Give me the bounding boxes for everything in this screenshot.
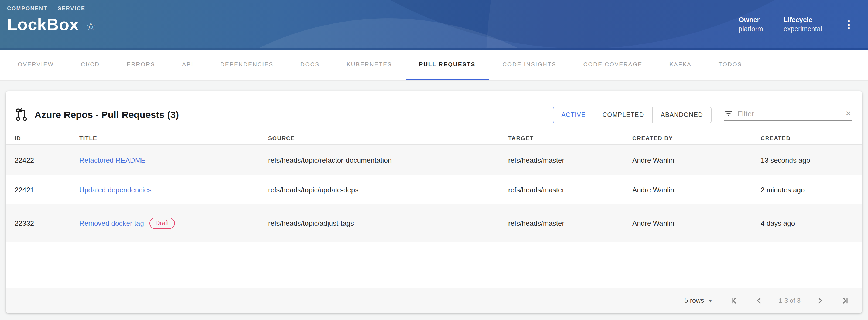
abandoned-filter-button[interactable]: ABANDONED bbox=[652, 106, 712, 123]
kebab-menu-icon[interactable]: ⋮ bbox=[843, 17, 855, 32]
column-header-created-by[interactable]: CREATED BY bbox=[632, 134, 761, 141]
column-header-target[interactable]: TARGET bbox=[508, 134, 632, 141]
owner-value: platform bbox=[739, 25, 763, 33]
cell-id: 22422 bbox=[14, 156, 79, 164]
column-header-title[interactable]: TITLE bbox=[79, 134, 268, 141]
tab-dependencies[interactable]: DEPENDENCIES bbox=[207, 49, 287, 80]
cell-created-by: Andre Wanlin bbox=[632, 156, 761, 164]
cell-source: refs/heads/topic/update-deps bbox=[268, 186, 508, 194]
pull-request-icon bbox=[14, 108, 29, 122]
page-range-label: 1-3 of 3 bbox=[778, 297, 802, 305]
pull-request-link[interactable]: Removed docker tag bbox=[79, 219, 144, 227]
filter-list-icon bbox=[724, 109, 733, 118]
cell-source: refs/heads/topic/adjust-tags bbox=[268, 219, 508, 227]
tab-docs[interactable]: DOCS bbox=[287, 49, 333, 80]
filter-field: ✕ bbox=[724, 109, 852, 121]
table-header-row: IDTITLESOURCETARGETCREATED BYCREATED bbox=[6, 131, 862, 145]
cell-created-by: Andre Wanlin bbox=[632, 186, 761, 194]
tab-api[interactable]: API bbox=[168, 49, 207, 80]
cell-created-by: Andre Wanlin bbox=[632, 219, 761, 227]
cell-id: 22421 bbox=[14, 186, 79, 194]
pull-request-link[interactable]: Updated dependencies bbox=[79, 186, 151, 194]
pull-request-link[interactable]: Refactored README bbox=[79, 156, 146, 164]
tab-todos[interactable]: TODOS bbox=[705, 49, 755, 80]
last-page-icon bbox=[840, 296, 849, 305]
table-body: 22422 Refactored README refs/heads/topic… bbox=[6, 145, 862, 242]
entity-header: COMPONENT — SERVICE LockBox ☆ Owner plat… bbox=[0, 0, 868, 49]
entity-kind-label: COMPONENT — SERVICE bbox=[7, 5, 95, 11]
main-content: Azure Repos - Pull Requests (3) ACTIVECO… bbox=[0, 81, 868, 313]
filter-input[interactable] bbox=[738, 109, 840, 118]
column-header-created[interactable]: CREATED bbox=[761, 134, 862, 141]
last-page-button[interactable] bbox=[838, 294, 851, 307]
owner-meta: Owner platform bbox=[739, 16, 763, 33]
table-row: 22421 Updated dependencies refs/heads/to… bbox=[6, 175, 862, 204]
tab-overview[interactable]: OVERVIEW bbox=[4, 49, 67, 80]
tab-bar: OVERVIEWCI/CDERRORSAPIDEPENDENCIESDOCSKU… bbox=[0, 49, 868, 81]
cell-target: refs/heads/master bbox=[508, 156, 632, 164]
draft-badge: Draft bbox=[149, 217, 175, 229]
cell-title: Removed docker tag Draft bbox=[79, 217, 268, 229]
cell-created: 13 seconds ago bbox=[761, 156, 862, 164]
tab-kubernetes[interactable]: KUBERNETES bbox=[333, 49, 405, 80]
owner-label: Owner bbox=[739, 16, 763, 24]
lifecycle-value: experimental bbox=[783, 25, 822, 33]
first-page-button[interactable] bbox=[728, 294, 741, 307]
cell-title: Refactored README bbox=[79, 156, 268, 164]
column-header-id[interactable]: ID bbox=[14, 134, 79, 141]
favorite-star-icon[interactable]: ☆ bbox=[86, 21, 95, 31]
pagination-bar: 5 rows ▾ 1-3 of 3 bbox=[6, 288, 862, 313]
cell-created: 2 minutes ago bbox=[761, 186, 862, 194]
tab-kafka[interactable]: KAFKA bbox=[656, 49, 705, 80]
status-filter-group: ACTIVECOMPLETEDABANDONED bbox=[553, 106, 712, 123]
previous-page-button[interactable] bbox=[753, 294, 766, 307]
tab-errors[interactable]: ERRORS bbox=[113, 49, 168, 80]
table-row: 22422 Refactored README refs/heads/topic… bbox=[6, 145, 862, 175]
lifecycle-meta: Lifecycle experimental bbox=[783, 16, 822, 33]
table-row: 22332 Removed docker tag Draft refs/head… bbox=[6, 204, 862, 242]
next-page-button[interactable] bbox=[813, 294, 827, 307]
page-title: LockBox bbox=[7, 15, 79, 34]
pull-requests-card: Azure Repos - Pull Requests (3) ACTIVECO… bbox=[6, 91, 862, 313]
cell-created: 4 days ago bbox=[761, 219, 862, 227]
header-decor-arc-light bbox=[92, 18, 685, 49]
chevron-left-icon bbox=[755, 296, 764, 305]
clear-filter-icon[interactable]: ✕ bbox=[844, 109, 852, 117]
column-header-source[interactable]: SOURCE bbox=[268, 134, 508, 141]
card-title: Azure Repos - Pull Requests (3) bbox=[34, 109, 179, 120]
chevron-right-icon bbox=[816, 296, 824, 305]
completed-filter-button[interactable]: COMPLETED bbox=[594, 106, 653, 123]
table-empty-area bbox=[6, 242, 862, 288]
tab-ci-cd[interactable]: CI/CD bbox=[67, 49, 113, 80]
tab-code-coverage[interactable]: CODE COVERAGE bbox=[570, 49, 656, 80]
tab-code-insights[interactable]: CODE INSIGHTS bbox=[489, 49, 570, 80]
tab-pull-requests[interactable]: PULL REQUESTS bbox=[405, 49, 489, 80]
rows-per-page-select[interactable]: 5 rows ▾ bbox=[684, 297, 712, 305]
cell-title: Updated dependencies bbox=[79, 186, 268, 194]
cell-target: refs/heads/master bbox=[508, 219, 632, 227]
active-filter-button[interactable]: ACTIVE bbox=[553, 106, 594, 123]
cell-source: refs/heads/topic/refactor-documentation bbox=[268, 156, 508, 164]
lifecycle-label: Lifecycle bbox=[783, 16, 822, 24]
rows-per-page-value: 5 rows bbox=[684, 297, 704, 305]
cell-target: refs/heads/master bbox=[508, 186, 632, 194]
first-page-icon bbox=[730, 296, 739, 305]
cell-id: 22332 bbox=[14, 219, 79, 227]
chevron-down-icon: ▾ bbox=[709, 298, 712, 304]
